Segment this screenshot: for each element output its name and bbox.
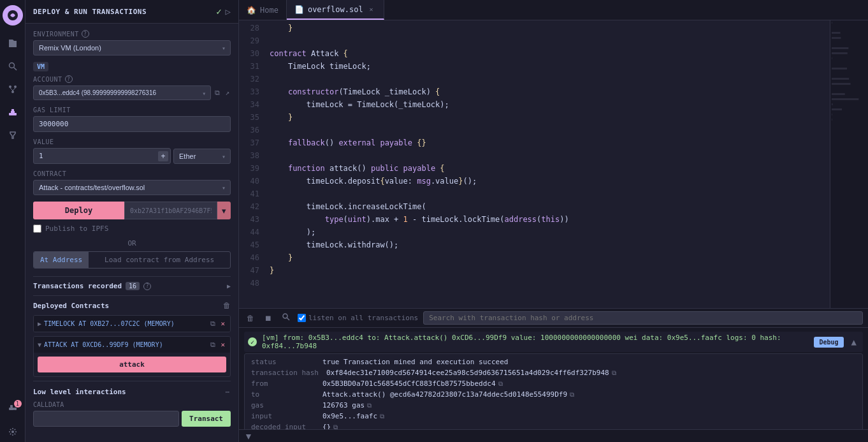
transaction-summary[interactable]: ✓ [vm] from: 0x5B3...eddc4 to: Attack.at… (244, 332, 863, 352)
terminal-search-button[interactable] (280, 312, 293, 324)
gas-row: gas 126763 gas ⧉ (251, 401, 856, 409)
home-tab-label: Home (260, 6, 278, 15)
low-level-header: Low level interactions ⋯ (33, 387, 231, 397)
calldata-input[interactable] (33, 411, 179, 427)
external-account-icon[interactable]: ↗ (224, 87, 231, 98)
panel-expand-icon[interactable]: ▷ (226, 6, 231, 17)
deploy-button[interactable]: Deploy (33, 202, 124, 219)
tab-overflow[interactable]: 📄 overflow.sol ✕ (287, 0, 384, 20)
decoded-input-copy-icon[interactable]: ⧉ (333, 424, 338, 430)
attack-remove-icon[interactable]: ✕ (219, 339, 226, 350)
overflow-tab-close[interactable]: ✕ (367, 5, 376, 14)
deployed-contracts-header: Deployed Contracts 🗑 (33, 301, 231, 310)
main-area: 🏠 Home 📄 overflow.sol ✕ 28 29 30 31 32 3… (239, 0, 868, 442)
contract-row: Attack - contracts/test/overflow.sol ▾ (33, 180, 231, 195)
gas-copy-icon[interactable]: ⧉ (367, 402, 372, 409)
gas-limit-input-row (33, 116, 231, 132)
input-key: input (251, 412, 315, 420)
account-row: 0x5B3...eddc4 (98.999999999998276316 ▾ ⧉… (33, 85, 231, 100)
publish-ipfs-row: Publish to IPFS (33, 225, 231, 233)
copy-account-icon[interactable]: ⧉ (213, 87, 221, 98)
status-row: status true Transaction mined and execut… (251, 358, 856, 366)
timelock-copy-icon[interactable]: ⧉ (209, 318, 217, 329)
terminal-stop-button[interactable]: ⏹ (262, 313, 275, 324)
contract-label: CONTRACT (33, 170, 231, 177)
terminal-toolbar: 🗑 ⏹ listen on all transactions (239, 309, 868, 328)
to-copy-icon[interactable]: ⧉ (570, 391, 574, 399)
gas-value: 126763 gas ⧉ (322, 401, 372, 409)
gas-limit-input[interactable] (33, 116, 231, 132)
input-copy-icon[interactable]: ⧉ (380, 413, 384, 420)
home-tab-icon: 🏠 (247, 6, 256, 15)
sidebar-item-files[interactable] (3, 33, 23, 54)
expand-terminal-button[interactable]: ▼ (244, 431, 253, 441)
attack-copy-icon[interactable]: ⧉ (209, 339, 217, 350)
svg-point-14 (283, 314, 287, 318)
attack-chevron-icon[interactable]: ▼ (38, 341, 41, 348)
tab-bar: 🏠 Home 📄 overflow.sol ✕ (239, 0, 868, 20)
debug-button[interactable]: Debug (814, 337, 843, 348)
contract-select[interactable]: Attack - contracts/test/overflow.sol (33, 180, 231, 195)
svg-line-15 (287, 318, 289, 320)
scroll-to-top-icon[interactable]: ▲ (849, 335, 859, 348)
load-contract-button[interactable]: Load contract from Address (89, 252, 230, 268)
contract-item-timelock: ▶ TIMELOCK AT 0XB27...07C2C (MEMORY) ⧉ ✕ (33, 315, 231, 332)
listen-checkbox[interactable] (298, 314, 306, 322)
unit-select[interactable]: Ether Wei Gwei (173, 149, 231, 164)
tab-home[interactable]: 🏠 Home (239, 0, 287, 20)
transactions-chevron-icon: ▶ (227, 283, 231, 290)
transactions-recorded-title: Transactions recorded (33, 282, 122, 290)
environment-select[interactable]: Remix VM (London) (33, 40, 231, 55)
timelock-actions: ⧉ ✕ (209, 318, 226, 329)
vm-badge: VM (33, 62, 48, 71)
timelock-chevron-icon[interactable]: ▶ (38, 320, 41, 327)
txhash-row: transaction hash 0xf84dec31e71009cd56749… (251, 369, 856, 377)
transactions-recorded-section[interactable]: Transactions recorded 16 ? ▶ (33, 276, 231, 295)
attack-function-button[interactable]: attack (38, 357, 226, 372)
account-select[interactable]: 0x5B3...eddc4 (98.999999999998276316 (33, 85, 211, 100)
plugin-badge: 1 (14, 400, 22, 408)
account-info-icon[interactable]: ? (65, 75, 73, 83)
svg-rect-10 (9, 408, 14, 410)
sidebar-item-deploy[interactable] (3, 102, 23, 122)
environment-info-icon[interactable]: ? (82, 30, 89, 38)
decoded-input-value: {} ⧉ (322, 423, 338, 429)
transact-button[interactable]: Transact (182, 411, 231, 427)
deploy-dropdown-button[interactable]: ▾ (217, 202, 231, 219)
terminal-search-input[interactable] (423, 311, 863, 325)
timelock-header: ▶ TIMELOCK AT 0XB27...07C2C (MEMORY) ⧉ ✕ (34, 316, 230, 332)
code-lines[interactable]: } contract Attack { TimeLock timeLock; c… (264, 20, 830, 308)
sidebar-item-plugins[interactable]: 1 (3, 399, 23, 419)
value-input[interactable] (33, 148, 171, 164)
terminal-clear-button[interactable]: 🗑 (244, 313, 257, 324)
svg-point-5 (11, 91, 14, 93)
deploy-addr-input[interactable] (124, 202, 217, 219)
svg-line-6 (10, 88, 13, 91)
value-row: + Ether Wei Gwei ▾ (33, 148, 231, 164)
at-address-row: At Address Load contract from Address (33, 251, 231, 269)
to-key: to (251, 390, 315, 399)
deployed-contracts-title: Deployed Contracts (33, 302, 109, 310)
at-address-button[interactable]: At Address (34, 252, 89, 268)
environment-select-wrapper: Remix VM (London) ▾ (33, 40, 231, 55)
from-copy-icon[interactable]: ⧉ (498, 380, 503, 388)
sidebar-item-testing[interactable] (3, 125, 23, 145)
or-divider: OR (33, 239, 231, 247)
transactions-info-icon[interactable]: ? (143, 283, 151, 290)
publish-ipfs-label[interactable]: Publish to IPFS (45, 225, 108, 233)
svg-line-7 (13, 88, 15, 91)
txhash-copy-icon[interactable]: ⧉ (612, 369, 616, 377)
clear-contracts-icon[interactable]: 🗑 (223, 301, 231, 310)
low-level-info-icon[interactable]: ⋯ (224, 387, 231, 397)
sidebar-item-git[interactable] (3, 79, 23, 99)
minimap (830, 20, 868, 308)
sidebar-item-search[interactable] (3, 56, 23, 77)
sidebar-item-settings[interactable] (3, 422, 23, 442)
value-plus-button[interactable]: + (158, 151, 168, 161)
code-content: 28 29 30 31 32 33 34 35 36 37 38 39 40 4… (239, 20, 868, 308)
publish-ipfs-checkbox[interactable] (33, 225, 41, 233)
value-input-wrapper: + (33, 148, 171, 164)
timelock-remove-icon[interactable]: ✕ (219, 318, 226, 329)
decoded-input-row: decoded input {} ⧉ (251, 423, 856, 429)
to-value: Attack.attack() @ecd6a42782d23807c13a74d… (322, 390, 574, 399)
